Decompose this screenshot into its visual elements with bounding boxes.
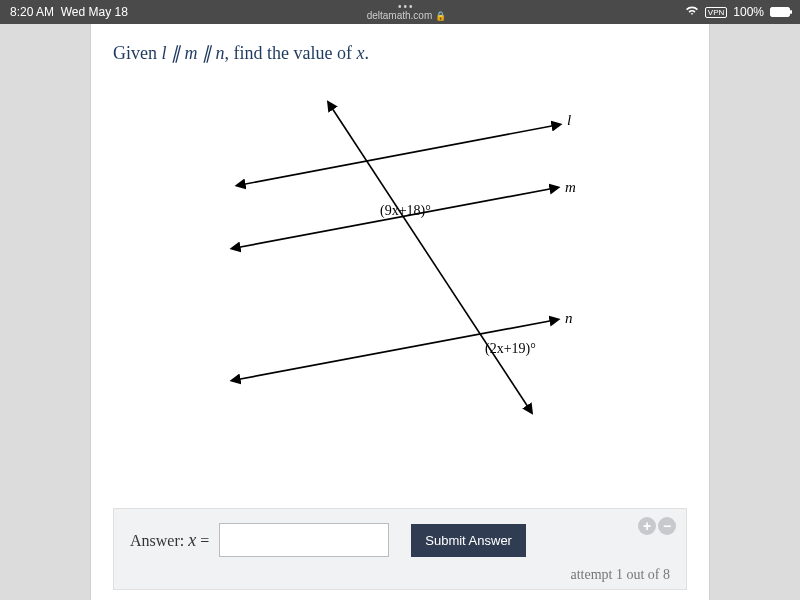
remove-button[interactable]: − (658, 517, 676, 535)
transversal (330, 105, 530, 410)
label-n: n (565, 310, 573, 326)
answer-input[interactable] (219, 523, 389, 557)
ipad-status-bar: 8:20 AM Wed May 18 ••• deltamath.com 🔒 V… (0, 0, 800, 24)
problem-card: Given l ∥ m ∥ n, find the value of x. l … (90, 24, 710, 600)
answer-panel: + − Answer: x = Submit Answer attempt 1 … (113, 508, 687, 590)
vpn-badge: VPN (705, 7, 727, 18)
answer-row: Answer: x = Submit Answer (130, 523, 670, 557)
diagram-container: l m n (9x+18)° (2x+19)° (113, 70, 687, 420)
wifi-icon (685, 5, 699, 19)
status-time: 8:20 AM (10, 5, 54, 19)
panel-controls: + − (638, 517, 676, 535)
label-m: m (565, 179, 576, 195)
question-text: Given l ∥ m ∥ n, find the value of x. (113, 42, 687, 64)
line-l (240, 125, 557, 185)
browser-domain: deltamath.com 🔒 (367, 10, 446, 21)
angle-1-label: (9x+18)° (380, 203, 431, 219)
status-date: Wed May 18 (61, 5, 128, 19)
line-m (235, 188, 555, 248)
status-time-date: 8:20 AM Wed May 18 (10, 5, 128, 19)
status-center: ••• deltamath.com 🔒 (128, 3, 685, 21)
geometry-diagram: l m n (9x+18)° (2x+19)° (185, 70, 615, 420)
attempt-counter: attempt 1 out of 8 (130, 567, 670, 583)
add-button[interactable]: + (638, 517, 656, 535)
tab-dots: ••• (128, 3, 685, 10)
lock-icon: 🔒 (435, 11, 446, 21)
angle-2-label: (2x+19)° (485, 341, 536, 357)
battery-percent: 100% (733, 5, 764, 19)
submit-button[interactable]: Submit Answer (411, 524, 526, 557)
page-background: Given l ∥ m ∥ n, find the value of x. l … (0, 24, 800, 600)
answer-label: Answer: x = (130, 530, 209, 551)
question-condition: l ∥ m ∥ n (162, 43, 225, 63)
battery-icon (770, 7, 790, 17)
label-l: l (567, 112, 571, 128)
status-right: VPN 100% (685, 5, 790, 19)
